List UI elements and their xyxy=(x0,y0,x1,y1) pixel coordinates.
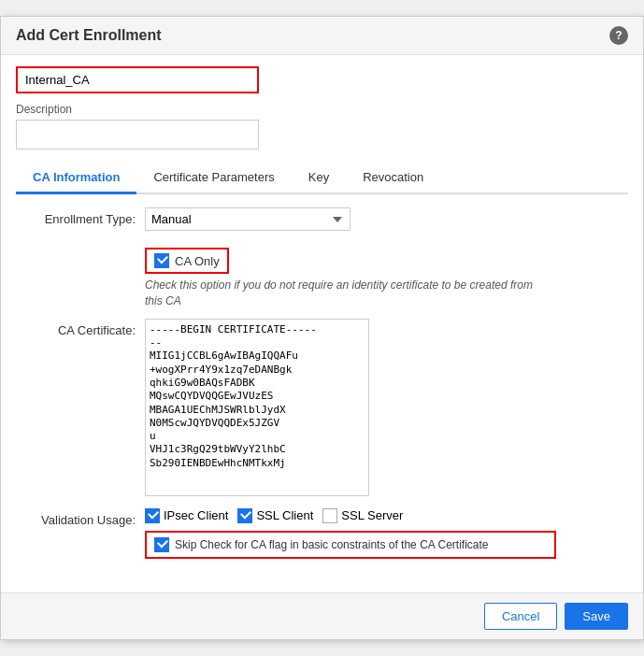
cancel-button[interactable]: Cancel xyxy=(484,603,557,630)
ipsec-client-label: IPsec Client xyxy=(164,508,228,522)
name-input[interactable] xyxy=(16,66,259,93)
validation-usage-content: IPsec Client SSL Client SSL Server xyxy=(145,508,621,559)
enrollment-type-select[interactable]: Manual SCEP EST xyxy=(145,207,351,231)
validation-usage-row: Validation Usage: IPsec Client SSL Clien… xyxy=(23,508,621,559)
tab-certificate-parameters[interactable]: Certificate Parameters xyxy=(136,163,291,194)
ssl-server-label: SSL Server xyxy=(341,508,403,522)
tabs-container: CA Information Certificate Parameters Ke… xyxy=(16,163,628,194)
add-cert-enrollment-dialog: Add Cert Enrollment ? Description CA Inf… xyxy=(0,16,644,640)
dialog-body: Description CA Information Certificate P… xyxy=(1,55,643,592)
help-icon[interactable]: ? xyxy=(609,26,628,45)
ca-certificate-content: -----BEGIN CERTIFICATE----- -- MIIG1jCCB… xyxy=(145,319,621,499)
ca-only-hint: Check this option if you do not require … xyxy=(145,278,537,309)
enrollment-type-row: Enrollment Type: Manual SCEP EST xyxy=(23,207,621,231)
ssl-server-check[interactable]: SSL Server xyxy=(322,508,403,523)
ca-certificate-textarea[interactable]: -----BEGIN CERTIFICATE----- -- MIIG1jCCB… xyxy=(145,319,369,496)
ca-only-box[interactable]: CA Only xyxy=(145,248,229,274)
ssl-client-checkbox[interactable] xyxy=(237,508,252,523)
cert-textarea-wrapper: -----BEGIN CERTIFICATE----- -- MIIG1jCCB… xyxy=(145,319,369,499)
description-input[interactable] xyxy=(16,120,259,150)
validation-checkboxes: IPsec Client SSL Client SSL Server xyxy=(145,508,621,523)
description-row: Description xyxy=(16,103,628,150)
ca-only-checkbox[interactable] xyxy=(154,253,169,268)
description-label: Description xyxy=(16,103,628,116)
name-input-row xyxy=(16,66,628,93)
ssl-client-check[interactable]: SSL Client xyxy=(237,508,313,523)
ssl-server-checkbox[interactable] xyxy=(322,508,337,523)
skip-check-checkbox[interactable] xyxy=(154,537,169,552)
ca-only-content: CA Only Check this option if you do not … xyxy=(145,240,621,309)
ipsec-client-check[interactable]: IPsec Client xyxy=(145,508,228,523)
ca-only-label: CA Only xyxy=(175,254,220,268)
dialog-footer: Cancel Save xyxy=(1,592,643,639)
ca-only-row: CA Only Check this option if you do not … xyxy=(23,240,621,309)
ipsec-client-checkbox[interactable] xyxy=(145,508,160,523)
ca-certificate-row: CA Certificate: -----BEGIN CERTIFICATE--… xyxy=(23,319,621,499)
tab-ca-information[interactable]: CA Information xyxy=(16,163,136,194)
skip-check-row[interactable]: Skip Check for CA flag in basic constrai… xyxy=(145,531,556,559)
dialog-title: Add Cert Enrollment xyxy=(16,27,162,44)
ssl-client-label: SSL Client xyxy=(256,508,313,522)
skip-check-label: Skip Check for CA flag in basic constrai… xyxy=(175,538,488,551)
tab-revocation[interactable]: Revocation xyxy=(346,163,440,194)
save-button[interactable]: Save xyxy=(565,603,628,630)
enrollment-type-content: Manual SCEP EST xyxy=(145,207,621,231)
enrollment-type-label: Enrollment Type: xyxy=(23,207,145,226)
tab-key[interactable]: Key xyxy=(292,163,346,194)
tab-content-ca-information: Enrollment Type: Manual SCEP EST CA Only xyxy=(16,194,628,581)
dialog-header: Add Cert Enrollment ? xyxy=(1,17,643,55)
ca-certificate-label: CA Certificate: xyxy=(23,319,145,337)
validation-usage-label: Validation Usage: xyxy=(23,508,145,527)
